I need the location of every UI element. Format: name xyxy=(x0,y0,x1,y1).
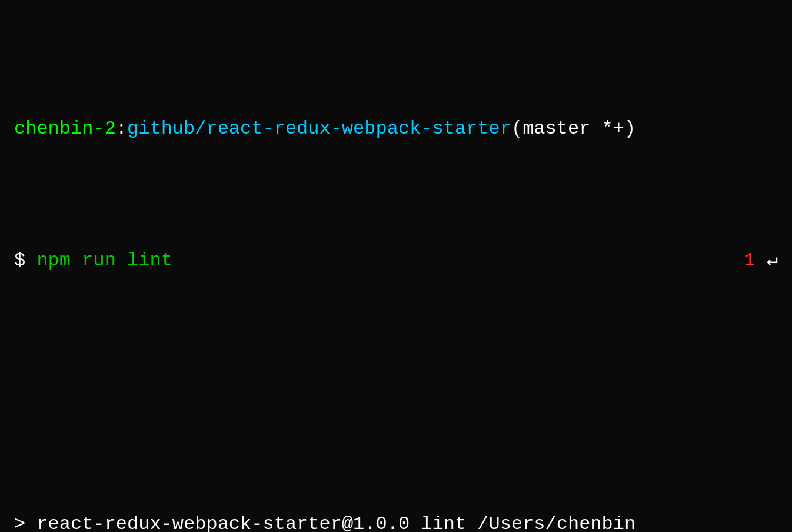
terminal-window: chenbin-2:github/react-redux-webpack-sta… xyxy=(14,11,778,532)
username: chenbin-2 xyxy=(14,118,116,139)
npm-output-line1: > react-redux-webpack-starter@1.0.0 lint… xyxy=(14,511,778,532)
title-line: chenbin-2:github/react-redux-webpack-sta… xyxy=(14,116,778,142)
return-arrow: ↵ xyxy=(756,248,778,274)
repo-path: github/react-redux-webpack-starter xyxy=(127,118,511,139)
command-text: npm run lint xyxy=(25,248,172,274)
prompt-line: $ npm run lint 1 ↵ xyxy=(14,248,778,274)
branch: (master *+) xyxy=(511,118,635,139)
separator: : xyxy=(116,118,127,139)
blank-line-1 xyxy=(14,380,778,406)
job-number: 1 xyxy=(744,248,755,274)
dollar-sign: $ xyxy=(14,248,25,274)
